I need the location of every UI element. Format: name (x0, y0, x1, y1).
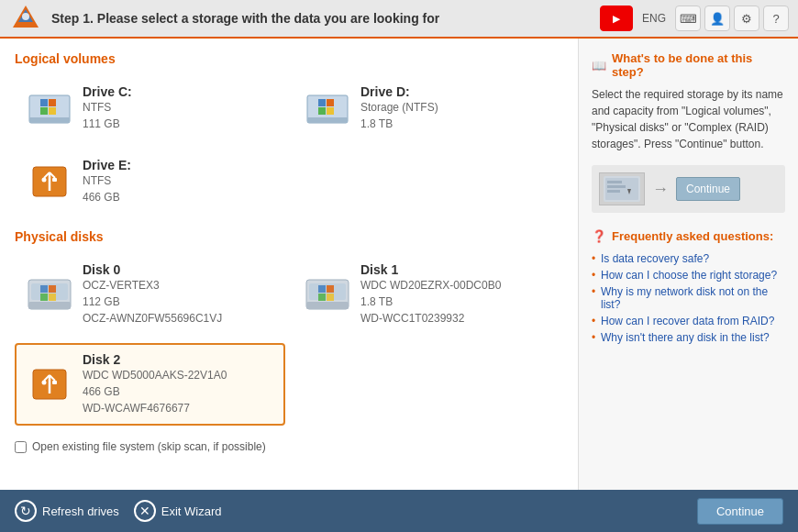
svg-rect-26 (40, 294, 48, 301)
svg-point-39 (42, 381, 47, 385)
svg-rect-29 (306, 302, 349, 309)
keyboard-button[interactable]: ⌨ (675, 6, 701, 31)
faq-item-4[interactable]: Why isn't there any disk in the list? (592, 329, 785, 346)
drive-e-item[interactable]: Drive E: NTFS 466 GB (15, 149, 285, 215)
skip-scan-checkbox[interactable] (15, 441, 27, 453)
drive-d-name: Drive D: (360, 84, 438, 99)
svg-rect-6 (49, 99, 56, 106)
preview-drives-icon (599, 172, 645, 205)
drive-d-size: 1.8 TB (360, 116, 438, 132)
physical-disks-title: Physical disks (15, 229, 563, 244)
drive-c-name: Drive C: (83, 84, 132, 99)
svg-rect-13 (318, 107, 326, 115)
disk-1-item[interactable]: Disk 1 WDC WD20EZRX-00DC0B0 1.8 TB WD-WC… (293, 253, 563, 336)
whats-done-title: 📖 What's to be done at this step? (592, 51, 785, 79)
user-button[interactable]: 👤 (704, 6, 730, 31)
drive-c-icon (26, 84, 73, 132)
svg-rect-43 (607, 181, 622, 183)
faq-item-0[interactable]: Is data recovery safe? (592, 250, 785, 267)
drive-e-size: 466 GB (83, 189, 131, 205)
drive-d-type: Storage (NTFS) (360, 99, 438, 116)
disk-1-icon (304, 271, 351, 318)
svg-rect-20 (52, 178, 57, 182)
faq-item-2[interactable]: Why is my network disk not on the list? (592, 283, 785, 313)
settings-button[interactable]: ⚙ (734, 6, 759, 31)
svg-rect-32 (327, 285, 334, 293)
disk-0-name: Disk 0 (83, 262, 222, 277)
drive-c-type: NTFS (83, 99, 132, 116)
drive-e-type: NTFS (83, 172, 131, 189)
continue-preview-button[interactable]: Continue (676, 177, 740, 201)
svg-rect-12 (327, 99, 334, 106)
svg-rect-22 (28, 302, 71, 309)
svg-rect-31 (318, 285, 326, 293)
svg-rect-33 (318, 294, 326, 301)
disk-0-model: OCZ-VERTEX3 (83, 277, 222, 294)
disk-0-serial: OCZ-AWNZ0FW55696C1VJ (83, 310, 222, 327)
drive-c-size: 111 GB (83, 116, 132, 132)
svg-point-19 (42, 178, 47, 183)
refresh-drives-button[interactable]: ↻ Refresh drives (15, 500, 119, 522)
arrow-icon: → (652, 180, 669, 199)
svg-rect-44 (607, 185, 626, 188)
disk-1-serial: WD-WCC1T0239932 (360, 310, 501, 327)
header: Step 1. Please select a storage with the… (0, 0, 798, 39)
svg-rect-27 (49, 294, 56, 301)
disk-2-size: 466 GB (83, 383, 227, 400)
drive-d-item[interactable]: Drive D: Storage (NTFS) 1.8 TB (293, 75, 563, 141)
faq-icon: ❓ (592, 229, 606, 243)
youtube-button[interactable]: ▶ (600, 6, 633, 31)
svg-rect-14 (327, 107, 334, 115)
disk-0-size: 112 GB (83, 294, 222, 310)
faq-list: Is data recovery safe? How can I choose … (592, 250, 785, 346)
disk-2-info: Disk 2 WDC WD5000AAKS-22V1A0 466 GB WD-W… (83, 352, 227, 416)
exit-wizard-button[interactable]: ✕ Exit Wizard (134, 500, 222, 522)
svg-rect-7 (40, 107, 48, 115)
disk-2-model: WDC WD5000AAKS-22V1A0 (83, 367, 227, 383)
drive-e-name: Drive E: (83, 158, 131, 172)
disk-1-info: Disk 1 WDC WD20EZRX-00DC0B0 1.8 TB WD-WC… (360, 262, 501, 327)
svg-rect-8 (49, 107, 56, 115)
disk-2-serial: WD-WCAWF4676677 (83, 400, 227, 416)
disk-2-name: Disk 2 (83, 352, 227, 367)
help-button[interactable]: ? (763, 6, 789, 31)
svg-rect-4 (29, 117, 70, 123)
lang-label: ENG (637, 12, 671, 25)
disk-2-item[interactable]: Disk 2 WDC WD5000AAKS-22V1A0 466 GB WD-W… (15, 343, 285, 426)
skip-scan-label[interactable]: Open existing file system (skip scan, if… (32, 440, 266, 453)
svg-rect-24 (40, 285, 48, 293)
logical-volumes-grid: Drive C: NTFS 111 GB (15, 75, 563, 215)
svg-rect-10 (307, 117, 348, 123)
disk-1-model: WDC WD20EZRX-00DC0B0 (360, 277, 501, 294)
drive-d-info: Drive D: Storage (NTFS) 1.8 TB (360, 84, 438, 132)
drive-d-icon (304, 84, 351, 132)
faq-title: ❓ Frequently asked questions: (592, 229, 785, 243)
physical-disks-grid: Disk 0 OCZ-VERTEX3 112 GB OCZ-AWNZ0FW556… (15, 253, 563, 426)
drive-c-item[interactable]: Drive C: NTFS 111 GB (15, 75, 285, 141)
disk-2-icon (26, 360, 73, 408)
svg-rect-25 (49, 285, 56, 293)
header-actions: ▶ ENG ⌨ 👤 ⚙ ? (600, 6, 789, 31)
right-panel: 📖 What's to be done at this step? Select… (578, 39, 798, 490)
faq-item-1[interactable]: How can I choose the right storage? (592, 267, 785, 283)
whats-done-text: Select the required storage by its name … (592, 86, 785, 152)
footer-left: ↻ Refresh drives ✕ Exit Wizard (15, 500, 697, 522)
left-panel: Logical volumes Drive C: (0, 39, 578, 490)
header-title: Step 1. Please select a storage with the… (51, 11, 600, 26)
continue-button[interactable]: Continue (697, 498, 783, 525)
disk-0-icon (26, 271, 73, 318)
svg-rect-34 (327, 294, 334, 301)
footer: ↻ Refresh drives ✕ Exit Wizard Continue (0, 490, 798, 532)
drive-e-icon (26, 158, 73, 205)
logical-volumes-title: Logical volumes (15, 51, 563, 66)
disk-0-item[interactable]: Disk 0 OCZ-VERTEX3 112 GB OCZ-AWNZ0FW556… (15, 253, 285, 336)
svg-rect-5 (40, 99, 48, 106)
refresh-icon: ↻ (15, 500, 37, 522)
disk-0-info: Disk 0 OCZ-VERTEX3 112 GB OCZ-AWNZ0FW556… (83, 262, 222, 327)
svg-point-2 (22, 13, 29, 20)
main-content: Logical volumes Drive C: (0, 39, 798, 490)
faq-item-3[interactable]: How can I recover data from RAID? (592, 313, 785, 329)
exit-wizard-label: Exit Wizard (161, 504, 222, 518)
checkbox-area: Open existing file system (skip scan, if… (15, 440, 563, 453)
svg-rect-40 (52, 381, 57, 384)
